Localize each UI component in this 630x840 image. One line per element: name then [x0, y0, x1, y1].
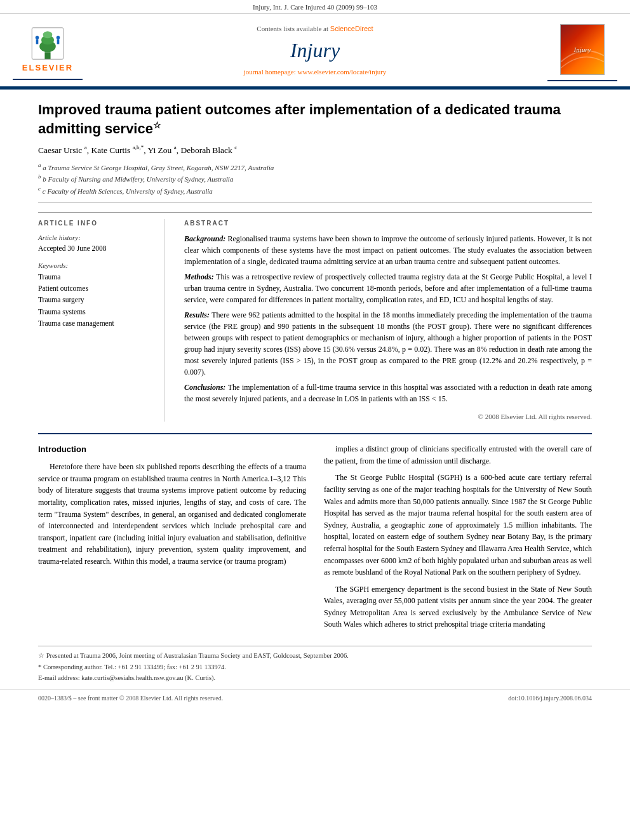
footnote-star: ☆ Presented at Trauma 2006, Joint meetin…	[38, 651, 592, 661]
abstract-methods: Methods: This was a retrospective review…	[184, 271, 592, 305]
article-title: Improved trauma patient outcomes after i…	[38, 101, 592, 138]
introduction-heading: Introduction	[38, 443, 306, 456]
abstract-label: ABSTRACT	[184, 219, 592, 228]
abstract-conclusions: Conclusions: The implementation of a ful…	[184, 382, 592, 404]
issn-line: 0020–1383/$ – see front matter © 2008 El…	[38, 694, 223, 703]
svg-point-4	[36, 36, 39, 39]
keywords-label: Keywords:	[38, 261, 155, 270]
title-star: ☆	[153, 120, 161, 130]
elsevier-logo-area: ELSEVIER	[13, 21, 83, 80]
homepage-url[interactable]: www.elsevier.com/locate/injury	[298, 68, 387, 76]
affiliation-a: a a Trauma Service St George Hospital, G…	[38, 161, 592, 173]
affiliation-b: b b Faculty of Nursing and Midwifery, Un…	[38, 173, 592, 184]
footnote-text: ☆ Presented at Trauma 2006, Joint meetin…	[38, 651, 592, 683]
article-info-col: ARTICLE INFO Article history: Accepted 3…	[38, 219, 165, 422]
svg-rect-7	[57, 39, 60, 44]
abstract-background: Background: Regionalised trauma systems …	[184, 233, 592, 267]
journal-citation: Injury, Int. J. Care Injured 40 (2009) 9…	[0, 0, 630, 14]
body-section: Introduction Heretofore there have been …	[38, 433, 592, 636]
article-history-label: Article history:	[38, 233, 155, 243]
sciencedirect-link[interactable]: ScienceDirect	[330, 25, 373, 32]
keywords-list: Trauma Patient outcomes Trauma surgery T…	[38, 271, 155, 330]
cover-title-text: Injury	[574, 45, 591, 55]
abstract-col: ABSTRACT Background: Regionalised trauma…	[184, 219, 592, 422]
article-title-section: Improved trauma patient outcomes after i…	[38, 90, 592, 203]
journal-header: ELSEVIER Contents lists available at Sci…	[0, 14, 630, 88]
body-col-right: implies a distinct group of clinicians s…	[324, 443, 592, 636]
affiliations: a a Trauma Service St George Hospital, G…	[38, 161, 592, 196]
journal-center-info: Contents lists available at ScienceDirec…	[83, 24, 547, 77]
elsevier-logo: ELSEVIER	[22, 26, 73, 74]
abstract-results: Results: There were 962 patients admitte…	[184, 309, 592, 378]
body-col-left: Introduction Heretofore there have been …	[38, 443, 306, 636]
authors-line: Caesar Ursic a, Kate Curtis a,b,*, Yi Zo…	[38, 143, 592, 156]
article-content: Improved trauma patient outcomes after i…	[0, 90, 630, 683]
bottom-bar: 0020–1383/$ – see front matter © 2008 El…	[0, 690, 630, 707]
svg-point-3	[43, 31, 53, 38]
elsevier-tree-icon	[29, 26, 67, 61]
article-info-label: ARTICLE INFO	[38, 219, 155, 228]
injury-cover-image: Injury	[560, 24, 605, 75]
svg-rect-5	[36, 39, 39, 44]
intro-para1: Heretofore there have been six published…	[38, 461, 306, 567]
svg-point-6	[57, 36, 60, 39]
footnote-corresponding: * Corresponding author. Tel.: +61 2 91 1…	[38, 663, 592, 672]
footnote-section: ☆ Presented at Trauma 2006, Joint meetin…	[38, 646, 592, 683]
journal-title: Injury	[83, 36, 547, 65]
info-abstract-section: ARTICLE INFO Article history: Accepted 3…	[38, 212, 592, 422]
doi-line: doi:10.1016/j.injury.2008.06.034	[508, 694, 592, 703]
keyword-4: Trauma systems	[38, 306, 155, 317]
journal-homepage: journal homepage: www.elsevier.com/locat…	[83, 67, 547, 77]
journal-cover-area: Injury	[547, 19, 617, 81]
intro-para4: The SGPH emergency department is the sec…	[324, 583, 592, 630]
keyword-3: Trauma surgery	[38, 294, 155, 305]
accepted-date: Accepted 30 June 2008	[38, 243, 155, 253]
two-col-body: Introduction Heretofore there have been …	[38, 443, 592, 636]
keyword-1: Trauma	[38, 271, 155, 283]
sciencedirect-line: Contents lists available at ScienceDirec…	[83, 24, 547, 34]
intro-para3: The St George Public Hospital (SGPH) is …	[324, 472, 592, 578]
svg-rect-0	[44, 52, 50, 59]
keyword-5: Trauma case management	[38, 317, 155, 329]
elsevier-brand-text: ELSEVIER	[22, 62, 73, 74]
copyright-line: © 2008 Elsevier Ltd. All rights reserved…	[184, 410, 592, 422]
intro-para2: implies a distinct group of clinicians s…	[324, 443, 592, 467]
abstract-text: Background: Regionalised trauma systems …	[184, 233, 592, 404]
footnote-email: E-mail address: kate.curtis@sesiahs.heal…	[38, 674, 592, 683]
keyword-2: Patient outcomes	[38, 283, 155, 294]
affiliation-c: c c Faculty of Health Sciences, Universi…	[38, 185, 592, 196]
